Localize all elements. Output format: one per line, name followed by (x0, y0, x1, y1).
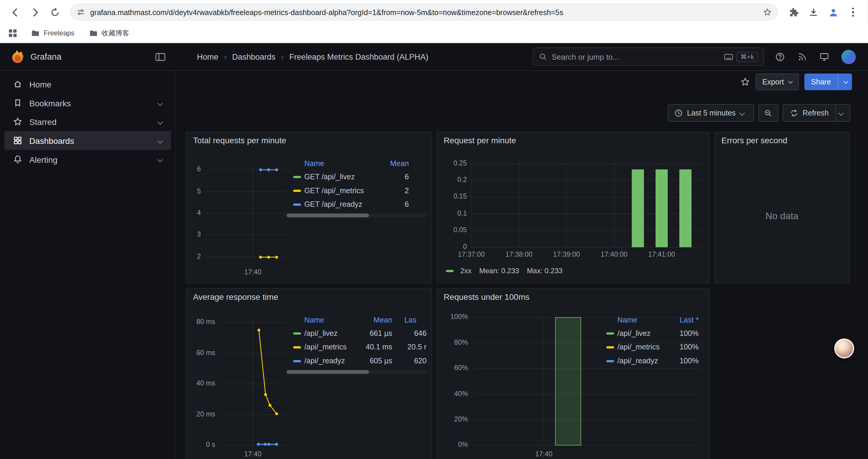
legend-col-name[interactable]: Name (304, 316, 354, 324)
legend-row[interactable]: /api/_readyz 100% (600, 354, 703, 368)
sidebar-item-dashboards[interactable]: Dashboards (4, 131, 171, 150)
sidebar-item-bookmarks[interactable]: Bookmarks (4, 93, 171, 112)
legend-row[interactable]: /api/_metrics 100% (600, 340, 703, 354)
url-text[interactable]: grafana.mathmast.com/d/deytv4rwavabkb/fr… (90, 8, 758, 16)
browser-profile-avatar[interactable] (824, 3, 843, 22)
assistant-floating-avatar[interactable] (834, 338, 854, 358)
bookmark-item[interactable]: 收藏博客 (89, 28, 129, 38)
series-swatch[interactable] (293, 360, 301, 362)
series-swatch[interactable] (446, 270, 454, 272)
series-swatch[interactable] (293, 346, 301, 348)
chevron-down-icon (739, 110, 745, 116)
site-info-icon[interactable] (76, 8, 85, 17)
shortcut-hint: ⌘+k (724, 52, 758, 62)
series-swatch[interactable] (606, 332, 614, 334)
legend-col-last[interactable]: Last * (668, 316, 699, 324)
legend-row[interactable]: /api/_metrics 40.1 ms 20.5 r (286, 340, 427, 354)
refresh-control: Refresh (783, 104, 850, 122)
panel-request-per-minute: Request per minute 0.250.20.150.10.05017… (436, 132, 710, 284)
monitor-icon[interactable] (819, 52, 829, 62)
reload-icon[interactable] (45, 3, 64, 22)
browser-chrome: grafana.mathmast.com/d/deytv4rwavabkb/fr… (0, 0, 868, 43)
panel-total-requests: Total requests per minute 6543217:40 Nam… (186, 132, 432, 284)
sidebar-item-home[interactable]: Home (4, 75, 171, 94)
forward-icon[interactable] (25, 3, 44, 22)
legend-scrollbar[interactable] (286, 370, 427, 374)
sidebar-item-starred[interactable]: Starred (4, 112, 171, 131)
legend-row[interactable]: GET /api/_metrics 2 (286, 184, 427, 198)
legend-row[interactable]: GET /api/_readyz 6 (286, 197, 427, 211)
bookmarks-bar: Freeleaps 收藏博客 (0, 24, 868, 42)
grafana-header: Grafana Home › Dashboards › Freeleaps Me… (0, 43, 868, 71)
panel-title[interactable]: Errors per second (721, 136, 787, 145)
breadcrumb-separator: › (224, 52, 226, 61)
axis-tick-label: 40 ms (186, 380, 215, 388)
series-swatch[interactable] (606, 360, 614, 362)
download-icon[interactable] (804, 3, 823, 22)
axis-tick-label: 0.25 (437, 159, 467, 167)
chevron-down-icon[interactable] (157, 138, 163, 143)
legend-col-last[interactable]: Las (398, 316, 426, 324)
refresh-interval-caret[interactable] (835, 104, 850, 121)
chevron-down-icon[interactable] (157, 157, 163, 162)
legend-row[interactable]: /api/_livez 100% (600, 326, 703, 340)
bookmark-star-icon[interactable] (763, 8, 772, 17)
url-bar[interactable]: grafana.mathmast.com/d/deytv4rwavabkb/fr… (70, 3, 778, 21)
axis-tick-label: 5 (186, 187, 201, 196)
back-icon[interactable] (6, 3, 25, 22)
legend-scrollbar[interactable] (286, 214, 427, 218)
share-caret[interactable] (838, 73, 852, 90)
series-swatch[interactable] (293, 203, 301, 205)
legend-max: Max: 0.233 (527, 267, 562, 275)
search-input[interactable] (552, 52, 720, 61)
star-dashboard-icon[interactable] (740, 77, 750, 87)
legend-col-name[interactable]: Name (617, 316, 668, 324)
series-swatch[interactable] (606, 346, 614, 348)
legend-table: Name Mean Las /api/_livez 661 µs 646 (286, 313, 427, 374)
user-avatar[interactable] (841, 50, 856, 64)
legend-item[interactable]: 2xx (446, 267, 471, 275)
share-button[interactable]: Share (804, 73, 852, 90)
legend-col-mean[interactable]: Mean (383, 159, 409, 167)
legend-table: Name Mean GET /api/_livez 6 GET /api/_me… (286, 157, 427, 218)
sidebar-item-alerting[interactable]: Alerting (4, 150, 171, 169)
dock-menu-icon[interactable] (153, 49, 168, 64)
apps-grid-icon[interactable] (9, 29, 17, 37)
news-rss-icon[interactable] (797, 52, 807, 62)
help-icon[interactable] (775, 52, 785, 62)
axis-tick-label: 100% (437, 313, 468, 321)
legend-row[interactable]: /api/_livez 661 µs 646 (286, 326, 427, 340)
chevron-down-icon[interactable] (157, 119, 163, 125)
breadcrumb-home[interactable]: Home (197, 52, 218, 61)
bookmark-item[interactable]: Freeleaps (31, 29, 74, 37)
legend-row[interactable]: /api/_readyz 605 µs 620 (286, 354, 427, 368)
legend-col-name[interactable]: Name (304, 159, 383, 167)
grafana-logo[interactable] (10, 49, 25, 64)
zoom-out-button[interactable] (758, 104, 778, 122)
shortcut-badge: ⌘+k (736, 52, 758, 62)
panel-requests-under-100ms: Requests under 100ms 100%80%60%40%20%0%1… (436, 288, 710, 459)
refresh-button[interactable]: Refresh (783, 104, 836, 121)
scrollbar-thumb[interactable] (286, 370, 369, 374)
browser-menu-icon[interactable] (844, 3, 863, 22)
chevron-down-icon[interactable] (157, 100, 163, 106)
series-swatch[interactable] (293, 176, 301, 178)
extensions-icon[interactable] (784, 3, 803, 22)
axis-tick-label: 0.2 (437, 176, 467, 184)
breadcrumb-dashboards[interactable]: Dashboards (232, 52, 275, 61)
folder-icon (31, 29, 40, 37)
legend-row[interactable]: GET /api/_livez 6 (286, 170, 427, 184)
series-swatch[interactable] (293, 189, 301, 191)
panel-average-response-time: Average response time 80 ms60 ms40 ms20 … (186, 288, 432, 459)
axis-tick-label: 0% (437, 441, 468, 449)
axis-tick-label: 17:41:00 (638, 251, 685, 259)
series-swatch[interactable] (293, 332, 301, 334)
legend-col-mean[interactable]: Mean (354, 316, 392, 324)
legend: 2xx Mean: 0.233 Max: 0.233 (446, 267, 562, 275)
scrollbar-thumb[interactable] (286, 214, 369, 218)
request-per-minute-chart[interactable]: 0.250.20.150.10.05017:37:0017:38:0017:39… (437, 132, 709, 283)
time-range-picker[interactable]: Last 5 minutes (668, 104, 754, 122)
search-box[interactable]: ⌘+k (533, 47, 764, 66)
screen: grafana.mathmast.com/d/deytv4rwavabkb/fr… (0, 0, 868, 459)
export-button[interactable]: Export (756, 73, 799, 90)
